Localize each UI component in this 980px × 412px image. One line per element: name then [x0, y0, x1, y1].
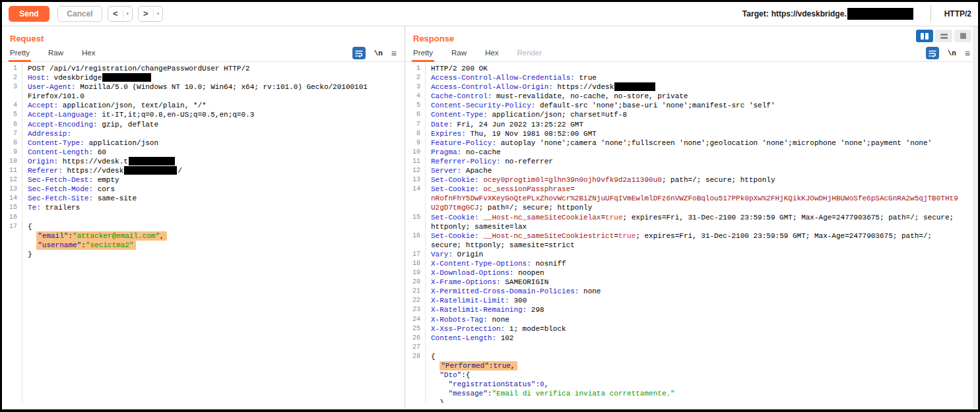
code-line: "username":"secictma2" [2, 241, 405, 250]
target-bar: Target: https://vdeskbridge. HTTP/2 [742, 5, 973, 22]
line-number: 18 [405, 259, 425, 268]
line-number: 10 [405, 148, 425, 157]
code-line: 16 [2, 213, 405, 222]
next-request-button-group[interactable]: > ▾ [138, 6, 163, 22]
code-line: 27 [405, 343, 978, 352]
line-number: 4 [2, 101, 22, 110]
toolbar: Send Cancel < ▾ > ▾ Target: https://vdes… [2, 2, 978, 26]
next-dropdown-caret-icon[interactable]: ▾ [154, 11, 163, 16]
editor-menu-icon[interactable]: ≡ [391, 49, 397, 58]
code-line: "registrationStatus":0, [405, 380, 978, 389]
prev-request-button[interactable]: < [108, 7, 123, 21]
request-editor[interactable]: 1POST /api/v1/registration/changePasswor… [2, 62, 405, 403]
code-line: 17{ [2, 222, 405, 231]
redacted-text [129, 157, 175, 165]
next-request-button[interactable]: > [139, 7, 153, 21]
line-number: 22 [405, 296, 425, 305]
highlighted-text: "username":"secictma2" [36, 241, 136, 250]
line-number: 17 [405, 250, 425, 259]
line-number: 19 [405, 268, 425, 278]
line-number: 20 [405, 278, 425, 287]
code-line: nRofnFhY5DwFvXKeyGoQtePLxZhovWcr%2BiZNju… [405, 194, 978, 203]
code-line: 3User-Agent: Mozilla/5.0 (Windows NT 10.… [2, 82, 405, 92]
line-number: 4 [405, 92, 425, 101]
tab-render[interactable]: Render [517, 49, 542, 61]
cancel-button[interactable]: Cancel [57, 6, 102, 22]
code-line: 11Referer: https://vdesk/ [2, 166, 405, 175]
code-line: 4Accept: application/json, text/plain, *… [2, 101, 405, 110]
editor-menu-icon[interactable]: ≡ [965, 49, 970, 58]
code-line: } [2, 250, 405, 259]
code-line: 22X-Ratelimit-Limit: 300 [405, 296, 978, 305]
request-panel-title: Request [2, 26, 405, 46]
line-number [405, 361, 425, 370]
line-number: 2 [405, 73, 425, 82]
line-number [405, 222, 425, 231]
code-line: "message":"Email di verifica inviata cor… [405, 389, 978, 398]
line-number [405, 194, 425, 203]
prev-dropdown-caret-icon[interactable]: ▾ [123, 11, 133, 16]
code-line: 9Feature-Policy: autoplay 'none';camera … [405, 138, 978, 148]
line-number [405, 389, 425, 398]
burp-repeater-window: Send Cancel < ▾ > ▾ Target: https://vdes… [0, 0, 980, 412]
tab-raw[interactable]: Raw [48, 49, 63, 61]
code-line: 23X-Ratelimit-Remaining: 298 [405, 305, 978, 314]
tab-pretty[interactable]: Pretty [413, 49, 433, 61]
message-panels: Request PrettyRawHex \n ≡ [2, 26, 978, 409]
code-line: 16Set-Cookie: __Host-nc_sameSiteCookiest… [405, 231, 978, 241]
code-line: } [405, 398, 978, 403]
tab-pretty[interactable]: Pretty [10, 49, 30, 61]
code-line: 21X-Permitted-Cross-Domain-Policies: non… [405, 287, 978, 296]
prev-request-button-group[interactable]: < ▾ [108, 6, 133, 22]
code-line: 25X-Xss-Protection: 1; mode=block [405, 324, 978, 334]
code-line: 14Sec-Fetch-Site: same-site [2, 194, 405, 203]
word-wrap-icon[interactable] [926, 47, 939, 59]
code-line: 15Te: trailers [2, 203, 405, 212]
code-line: 7Addressip: [2, 129, 405, 138]
line-number: 10 [2, 157, 22, 166]
code-line: 7Date: Fri, 24 Jun 2022 13:25:22 GMT [405, 120, 978, 129]
code-line: 2Access-Control-Allow-Credentials: true [405, 73, 978, 82]
columns-layout-icon[interactable] [916, 30, 933, 42]
code-line: secure; httponly; samesite=strict [405, 241, 978, 250]
tab-hex[interactable]: Hex [82, 49, 95, 61]
send-button[interactable]: Send [9, 6, 49, 22]
code-line: Firefox/101.0 [2, 92, 405, 101]
line-number: 5 [2, 110, 22, 119]
line-number: 3 [2, 82, 22, 92]
code-line: 10Origin: https://vdesk.t [2, 157, 405, 166]
response-scrollbar[interactable] [973, 26, 978, 409]
code-line: httponly; samesite=lax [405, 222, 978, 231]
response-panel-title: Response [405, 26, 978, 46]
line-number: 24 [405, 315, 425, 324]
line-number: 9 [2, 148, 22, 157]
newline-toggle-icon[interactable]: \n [374, 49, 383, 57]
line-number: 9 [405, 138, 425, 148]
code-line: U2gD7tmgGCJ; path=/; secure; httponly [405, 203, 978, 212]
redacted-target-host [847, 8, 913, 20]
code-line: 12Sec-Fetch-Dest: empty [2, 175, 405, 185]
code-line: 13Sec-Fetch-Mode: cors [2, 185, 405, 194]
response-editor[interactable]: 1HTTP/2 200 OK2Access-Control-Allow-Cred… [405, 62, 978, 403]
tab-raw[interactable]: Raw [451, 49, 467, 61]
line-number: 15 [2, 203, 22, 212]
response-editor-icons: \n ≡ [926, 47, 970, 59]
single-layout-icon[interactable] [954, 30, 971, 42]
word-wrap-icon[interactable] [352, 47, 366, 59]
line-number: 14 [405, 185, 425, 194]
divider [931, 5, 931, 22]
newline-toggle-icon[interactable]: \n [948, 49, 956, 57]
line-number [405, 380, 425, 389]
tab-hex[interactable]: Hex [485, 49, 498, 61]
line-number: 11 [405, 157, 425, 166]
rows-layout-icon[interactable] [935, 30, 952, 42]
code-line: 10Pragma: no-cache [405, 148, 978, 157]
code-line: 5Content-Security-Policy: default-src 'n… [405, 101, 978, 110]
http-protocol-label: HTTP/2 [944, 9, 973, 18]
line-number: 5 [405, 101, 425, 110]
line-number: 21 [405, 287, 425, 296]
response-tabs: PrettyRawHexRender \n ≡ [405, 46, 978, 62]
code-line: 1POST /api/v1/registration/changePasswor… [2, 64, 405, 73]
code-line: 6Content-Type: application/json; charset… [405, 110, 978, 119]
code-line: 17Vary: Origin [405, 250, 978, 259]
